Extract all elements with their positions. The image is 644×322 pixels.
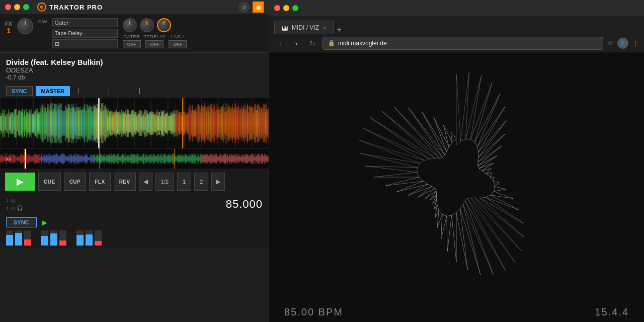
tpdelay-btn-label: TPDELAY: [144, 34, 166, 39]
track-gain: -0.7 db: [6, 74, 263, 81]
sync-slider-group-1: [6, 230, 31, 246]
lasli-knob[interactable]: [157, 18, 171, 32]
play-button[interactable]: ▶: [5, 173, 35, 191]
browser-nav: ‹ › ↻ 🔒 midi.maxvogler.de ☆ 👤 ⋮: [269, 34, 644, 52]
refresh-button[interactable]: ↻: [306, 37, 318, 49]
half-fraction-button[interactable]: 1/2: [155, 173, 174, 191]
one-fraction-button[interactable]: 1: [177, 173, 191, 191]
rev-button[interactable]: REV: [114, 173, 136, 191]
beat-markers: [78, 88, 140, 94]
viz-area: [269, 52, 644, 302]
browser-minimize-btn[interactable]: [283, 5, 289, 11]
tempo-sync-icon: ↕: [6, 198, 9, 203]
gater-btn-label: GATER: [123, 34, 140, 39]
traffic-lights: [5, 4, 29, 10]
sync-slider-2b[interactable]: [50, 230, 57, 246]
traktor-title: TRAKTOR PRO: [49, 4, 103, 11]
sync-master-bar: SYNC MASTER: [0, 84, 269, 98]
browser-titlebar: [269, 0, 644, 16]
mini-waveform[interactable]: ⏮: [0, 148, 269, 169]
traktor-logo: ⊕ TRAKTOR PRO: [37, 3, 103, 12]
user-avatar[interactable]: 👤: [617, 38, 628, 49]
browser-maximize-btn[interactable]: [292, 5, 298, 11]
beat-marker-3: [139, 88, 140, 94]
sync-slider-2c[interactable]: [59, 230, 66, 246]
new-tab-button[interactable]: +: [337, 25, 341, 34]
sync-sliders: [6, 230, 263, 246]
address-bar[interactable]: 🔒 midi.maxvogler.de: [323, 37, 603, 50]
fx-section: FX 1 D/W Gater Tape Delay ⊞ LaserSlicer: [0, 14, 269, 53]
playhead: [98, 98, 99, 148]
two-fraction-button[interactable]: 2: [194, 173, 208, 191]
close-button[interactable]: [5, 4, 11, 10]
tab-close-icon[interactable]: ×: [323, 25, 326, 31]
fx-text: FX: [5, 21, 12, 27]
gater-off-btn[interactable]: OFF: [123, 40, 141, 48]
tpdelay-knob[interactable]: [140, 18, 154, 32]
settings-icon[interactable]: ⚙: [238, 2, 250, 13]
prev-fraction-button[interactable]: ◀: [139, 173, 152, 191]
fx-dropdown-2[interactable]: Tape Delay: [52, 29, 118, 38]
pitch-icons: ↕ |||| ↕ |||| 🎧: [6, 198, 23, 211]
dw-knob[interactable]: [17, 18, 33, 34]
beat-marker-2: [109, 88, 109, 94]
tab-favicon: 🎹: [282, 25, 288, 31]
skip-to-start-icon[interactable]: ⏮: [5, 155, 11, 163]
tpdelay-off-btn[interactable]: OFF: [145, 40, 164, 48]
midi-viz-svg: [269, 52, 644, 302]
transport-bar: ▶ CUE CUP FLX REV ◀ 1/2 1 2 ▶: [0, 169, 269, 195]
flx-button[interactable]: FLX: [89, 173, 110, 191]
sync-slider-1c[interactable]: [24, 230, 31, 246]
waveform-container[interactable]: [0, 98, 269, 148]
sync-button[interactable]: SYNC: [6, 86, 33, 96]
sync-bottom-button[interactable]: SYNC: [6, 217, 37, 227]
sync-slider-2a[interactable]: [41, 230, 48, 246]
bpm-viz-text: 85.00 BPM: [284, 306, 343, 318]
cup-button[interactable]: CUP: [64, 173, 87, 191]
nav-right-icons: ☆ 👤 ⋮: [607, 38, 639, 49]
gater-knob[interactable]: [123, 18, 137, 32]
pitch-icon-row-1[interactable]: ↕ ||||: [6, 198, 23, 203]
sync-slider-3b[interactable]: [86, 230, 93, 246]
time-sig-text: 15.4.4: [595, 306, 629, 318]
traktor-titlebar: ⊕ TRAKTOR PRO ⚙ ▦: [0, 0, 269, 14]
back-button[interactable]: ‹: [274, 37, 286, 49]
browser-close-btn[interactable]: [274, 5, 280, 11]
forward-button[interactable]: ›: [290, 37, 302, 49]
lock-icon: 🔒: [328, 40, 335, 46]
browser-tabs: 🎹 MIDI / VIZ × +: [269, 16, 644, 34]
traktor-right-icons: ⚙ ▦: [238, 2, 264, 13]
lasli-btn-label: LASLI: [171, 34, 185, 39]
sync-slider-3c[interactable]: [95, 230, 102, 246]
pitch-key-icon: ↕: [6, 205, 9, 211]
pitch-icon-row-2[interactable]: ↕ |||| 🎧: [6, 205, 23, 211]
mini-waveform-canvas: [0, 149, 269, 169]
pitch-bars-icon: ||||: [11, 206, 15, 210]
more-icon[interactable]: ⋮: [632, 39, 639, 47]
fx-knobs-buttons: GATER OFF TPDELAY OFF LASLI OFF: [123, 18, 187, 48]
gater-btn-group: GATER OFF: [123, 34, 141, 48]
fx-dropdown-1[interactable]: Gater: [52, 18, 118, 27]
next-fraction-button[interactable]: ▶: [211, 173, 225, 191]
track-artist: ODESZA: [6, 66, 263, 74]
minimize-button[interactable]: [14, 4, 20, 10]
bookmark-icon[interactable]: ☆: [607, 39, 613, 47]
lasli-off-btn[interactable]: OFF: [169, 40, 187, 48]
lasli-btn-group: LASLI OFF: [169, 34, 187, 48]
sync-slider-1a[interactable]: [6, 230, 13, 246]
play-icon: ▶: [17, 176, 24, 187]
maximize-button[interactable]: [23, 4, 29, 10]
track-title: Divide (feat. Kelsey Bulkin): [6, 58, 263, 66]
midi-viz-tab[interactable]: 🎹 MIDI / VIZ ×: [274, 21, 334, 34]
sync-slider-3a[interactable]: [76, 230, 84, 246]
cue-button[interactable]: CUE: [38, 173, 61, 191]
sync-play-icon[interactable]: ▶: [42, 218, 47, 226]
sync-slider-group-3: [76, 230, 102, 246]
mini-playhead: [25, 149, 26, 169]
fx-dropdown-3[interactable]: ⊞ LaserSlicer: [52, 39, 118, 48]
master-button[interactable]: MASTER: [36, 86, 70, 96]
sync-slider-group-2: [41, 230, 66, 246]
grid-icon[interactable]: ▦: [253, 2, 264, 13]
viz-bottom: 85.00 BPM 15.4.4: [269, 302, 644, 322]
sync-slider-1b[interactable]: [15, 230, 22, 246]
